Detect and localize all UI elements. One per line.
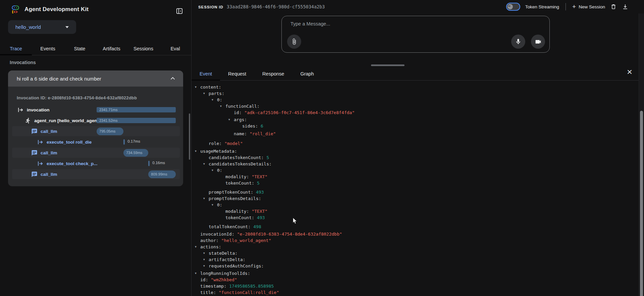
tree-line[interactable]: ▼functionCall:	[192, 103, 637, 109]
microphone-button[interactable]	[511, 35, 525, 49]
app-select-dropdown[interactable]: hello_world	[8, 20, 76, 34]
expand-arrow-icon[interactable]: ▼	[195, 270, 197, 277]
tree-key: actions:	[200, 244, 221, 249]
tree-line: tokenCount:493	[192, 214, 637, 221]
trace-span-row[interactable]: call_llm809.99ms	[8, 169, 183, 180]
tree-line: role:"model"	[192, 140, 637, 147]
expand-arrow-icon[interactable]: ▼	[203, 90, 205, 97]
delete-session-icon[interactable]	[610, 3, 617, 10]
tree-line[interactable]: ▼args:	[192, 116, 637, 123]
tree-value: "e-2808fd10-6383-4754-8de4-632af8022dbb"	[237, 232, 342, 237]
message-input-box[interactable]: Type a Message...	[281, 16, 550, 53]
left-tab-bar: TraceEventsStateArtifactsSessionsEval	[0, 42, 191, 55]
tree-line: candidatesTokenCount:5	[192, 154, 637, 161]
token-streaming-toggle[interactable]	[506, 3, 520, 11]
tab-trace[interactable]: Trace	[0, 42, 32, 55]
trace-span-row[interactable]: agent_run [hello_world_agent]2341.52ms	[8, 115, 183, 126]
tree-line[interactable]: ▼0:	[192, 97, 637, 103]
invocation-card: hi roll a 6 side dice and check number I…	[8, 70, 183, 186]
tree-key: 0:	[217, 168, 222, 173]
session-info: SESSION ID 33aad288-9846-46f6-980d-cf555…	[198, 4, 325, 9]
expand-arrow-icon[interactable]: ▼	[212, 97, 213, 103]
tree-key: longRunningToolIds:	[200, 271, 250, 276]
tree-line[interactable]: ▼requestedAuthConfigs:	[192, 263, 637, 269]
tree-key: title:	[200, 290, 216, 295]
tree-line[interactable]: ▼content:	[192, 84, 637, 90]
expand-arrow-icon[interactable]: ▼	[228, 116, 230, 123]
left-panel-scrollbar[interactable]	[189, 113, 190, 160]
session-id-value: 33aad288-9846-46f6-980d-cf555034a2b3	[227, 4, 325, 9]
message-placeholder[interactable]: Type a Message...	[290, 21, 330, 27]
tree-line[interactable]: ▼promptTokensDetails:	[192, 195, 637, 202]
detail-tab-response[interactable]: Response	[254, 67, 292, 80]
download-icon[interactable]	[622, 3, 629, 10]
tree-line[interactable]: ▼usageMetadata:	[192, 148, 637, 154]
tree-line[interactable]: ▼longRunningToolIds:	[192, 270, 637, 277]
tab-artifacts[interactable]: Artifacts	[96, 42, 127, 55]
tree-line[interactable]: ▼candidatesTokensDetails:	[192, 161, 637, 167]
tree-key: tokenCount:	[225, 181, 254, 186]
expand-arrow-icon[interactable]: ▼	[203, 250, 205, 256]
expand-arrow-icon[interactable]: ▼	[203, 263, 205, 269]
tab-state[interactable]: State	[64, 42, 96, 55]
expand-arrow-icon[interactable]: ▼	[203, 195, 205, 202]
invocation-card-header[interactable]: hi roll a 6 side dice and check number	[8, 70, 183, 87]
tab-eval[interactable]: Eval	[159, 42, 191, 55]
expand-arrow-icon[interactable]: ▼	[195, 244, 197, 250]
tree-line: totalTokenCount:498	[192, 224, 637, 230]
expand-arrow-icon[interactable]: ▼	[212, 167, 213, 174]
expand-arrow-icon[interactable]: ▼	[212, 202, 213, 208]
tree-key: modality:	[225, 174, 249, 179]
tree-line[interactable]: ▼parts:	[192, 90, 637, 97]
close-icon[interactable]: ✕	[625, 68, 634, 77]
right-scrollbar-thumb[interactable]	[640, 111, 643, 296]
tree-line: tokenCount:5	[192, 180, 637, 186]
duration-label: 0.17ms	[127, 139, 140, 143]
horizontal-scrollbar[interactable]	[371, 64, 405, 66]
detail-tab-request[interactable]: Request	[220, 67, 254, 80]
tab-events[interactable]: Events	[32, 42, 64, 55]
expand-arrow-icon[interactable]: ▼	[195, 148, 197, 154]
app-select-value: hello_world	[15, 24, 41, 30]
detail-tab-graph[interactable]: Graph	[292, 67, 322, 80]
tree-key: role:	[209, 141, 222, 146]
right-panel: SESSION ID 33aad288-9846-46f6-980d-cf555…	[191, 0, 644, 296]
tree-line[interactable]: ▼actions:	[192, 244, 637, 250]
attach-file-button[interactable]	[287, 35, 301, 49]
span-name: call_llm	[41, 172, 57, 177]
trace-span-row[interactable]: call_llm734.59ms	[8, 147, 183, 158]
tree-line[interactable]: ▼artifactDelta:	[192, 256, 637, 263]
chat-icon	[31, 171, 38, 178]
tree-value: "model"	[224, 141, 243, 146]
trace-span-row[interactable]: execute_tool check_p...0.16ms	[8, 158, 183, 169]
tab-sessions[interactable]: Sessions	[127, 42, 159, 55]
tree-value: "functionCall:roll_die"	[219, 290, 279, 295]
tree-line[interactable]: ▼stateDelta:	[192, 250, 637, 256]
tree-value: "hello_world_agent"	[221, 238, 271, 243]
trace-span-row[interactable]: invocation2341.71ms	[8, 104, 183, 115]
expand-arrow-icon[interactable]: ▼	[203, 256, 205, 263]
chevron-up-icon[interactable]	[169, 75, 176, 82]
detail-tab-event[interactable]: Event	[192, 67, 220, 80]
collapse-panel-icon[interactable]	[176, 7, 183, 15]
duration-bar: 2341.71ms	[97, 107, 176, 112]
new-session-button[interactable]: + New Session	[572, 4, 605, 10]
tree-value: "wmZhkbed"	[211, 277, 237, 282]
new-session-label: New Session	[579, 4, 605, 9]
tree-value: 493	[257, 215, 265, 220]
video-button[interactable]	[531, 35, 545, 49]
tree-key: 0:	[217, 97, 222, 102]
tree-key: invocationId:	[200, 232, 234, 237]
tree-line[interactable]: ▼0:	[192, 202, 637, 208]
expand-arrow-icon[interactable]: ▼	[220, 103, 222, 109]
trace-span-row[interactable]: execute_tool roll_die0.17ms	[8, 137, 183, 147]
duration-marker	[148, 161, 150, 166]
expand-arrow-icon[interactable]: ▼	[203, 161, 205, 167]
duration-label: 2341.71ms	[99, 108, 117, 112]
expand-arrow-icon[interactable]: ▼	[195, 84, 197, 90]
tree-line: modality:"TEXT"	[192, 174, 637, 180]
tree-value: 5	[257, 181, 260, 186]
tree-value: "adk-caf25106-f0c7-451f-86e4-3c6d7e8f4fd…	[244, 110, 355, 115]
tree-line[interactable]: ▼0:	[192, 167, 637, 174]
trace-span-row[interactable]: call_llm795.05ms	[8, 126, 183, 137]
